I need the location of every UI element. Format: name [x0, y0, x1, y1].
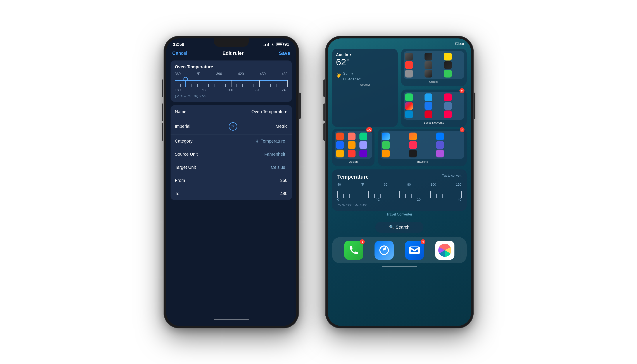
home-indicator-right — [382, 266, 417, 267]
des-app-2 — [348, 132, 356, 140]
battery-pct: 91 — [284, 42, 289, 47]
search-area: 🔍 Search — [328, 219, 471, 236]
temp-header: Temperature Tap to convert — [338, 174, 462, 180]
phone-shell-right: Clear Austin ➤ 62° ☀️ Sunny H:64° L:32° — [325, 36, 474, 328]
source-chevron: › — [286, 152, 288, 156]
weather-city: Austin ➤ — [336, 52, 394, 57]
soc-app-1 — [405, 94, 413, 101]
util-app-8 — [424, 70, 432, 78]
traveling-folder[interactable]: 3 Traveling — [378, 128, 466, 166]
dock-mail[interactable]: 4 — [405, 241, 424, 260]
temp-top-labels: 40 °F 60 80 100 120 — [338, 182, 462, 186]
dock-safari[interactable] — [374, 241, 394, 260]
imperial-label: Imperial — [175, 124, 190, 129]
clear-button[interactable]: Clear — [455, 42, 464, 46]
metric-label: Metric — [276, 124, 288, 129]
des-app-8 — [348, 150, 356, 158]
temperature-widget[interactable]: Temperature Tap to convert 40 °F 60 80 1… — [332, 170, 467, 211]
dock-photos[interactable] — [435, 241, 454, 260]
settings-row-from[interactable]: From 350 — [170, 174, 292, 187]
name-value: Oven Temperature — [251, 109, 288, 114]
nav-bar-left: Cancel Edit ruler Save — [166, 49, 296, 59]
settings-row-source[interactable]: Source Unit Fahrenheit › — [170, 148, 292, 161]
ruler-card-title: Oven Temperature — [175, 64, 288, 70]
search-button[interactable]: 🔍 Search — [376, 222, 424, 233]
edit-ruler-title: Edit ruler — [222, 50, 244, 56]
util-app-1 — [405, 52, 413, 60]
design-badge: 172 — [366, 127, 372, 132]
settings-row-to[interactable]: To 480 — [170, 187, 292, 200]
traveling-label: Traveling — [416, 160, 428, 163]
settings-row-category[interactable]: Category 🌡 Temperature › — [170, 135, 292, 148]
weather-details: ☀️ Sunny H:64° L:32° — [336, 70, 394, 81]
soc-app-6 — [444, 102, 452, 110]
tra-app-3 — [436, 132, 444, 140]
phone-badge: 1 — [360, 239, 365, 244]
temp-formula: ƒx: °C ≈ (°F − 32) × 5/9 — [338, 203, 462, 206]
to-label: To — [175, 191, 180, 196]
social-badge: 64 — [460, 88, 464, 93]
ruler-top-labels: 360 °F 390 420 450 480 — [175, 72, 288, 76]
soc-app-9 — [444, 110, 452, 118]
battery-icon — [276, 42, 284, 46]
from-label: From — [175, 178, 185, 183]
weather-label: Weather — [336, 83, 394, 86]
des-app-3 — [360, 132, 367, 140]
tra-app-4 — [382, 141, 390, 149]
design-folder[interactable]: 172 Design — [332, 128, 375, 166]
ruler-indicator[interactable] — [184, 77, 187, 87]
social-grid — [404, 92, 464, 120]
from-value: 350 — [280, 178, 288, 183]
social-folder[interactable]: 64 Social Networks — [401, 90, 467, 127]
tra-app-8 — [409, 150, 417, 158]
ruler-track[interactable] — [175, 77, 288, 87]
tra-app-9 — [436, 150, 444, 158]
tra-app-7 — [382, 150, 390, 158]
settings-row-target[interactable]: Target Unit Celsius › — [170, 161, 292, 174]
des-app-7 — [336, 150, 344, 158]
weather-high-low: H:64° L:32° — [343, 77, 361, 81]
second-row: 172 Design — [328, 128, 471, 166]
util-app-9 — [444, 70, 452, 78]
temp-ticks — [338, 187, 462, 198]
dock-phone[interactable]: 1 — [344, 241, 364, 260]
mail-icon — [409, 246, 420, 254]
indicator-stem — [186, 81, 186, 87]
traveling-badge: 3 — [460, 127, 464, 132]
status-icons-left: ▲ 91 — [264, 42, 289, 47]
des-app-4 — [336, 141, 344, 149]
category-label: Category — [175, 139, 192, 144]
settings-row-units[interactable]: Imperial ⇄ Metric — [170, 118, 292, 135]
util-app-4 — [405, 61, 413, 69]
battery-fill — [277, 44, 282, 46]
tra-app-6 — [436, 141, 444, 149]
battery-box: 91 — [276, 42, 289, 47]
settings-card: Name Oven Temperature Imperial ⇄ Metric … — [170, 105, 292, 200]
temp-bottom-labels: 0 °C 20 40 — [338, 198, 462, 201]
home-indicator-left — [214, 319, 249, 320]
notch-left — [214, 38, 249, 47]
category-value: 🌡 Temperature › — [255, 139, 288, 144]
safari-icon — [378, 244, 390, 256]
tra-app-1 — [382, 132, 390, 140]
widget-grid-row1: Austin ➤ 62° ☀️ Sunny H:64° L:32° Weathe… — [328, 47, 471, 128]
traveling-folder-wrapper: 3 Traveling — [378, 128, 466, 166]
weather-condition: Sunny — [343, 72, 361, 76]
util-app-5 — [424, 61, 432, 69]
swap-button[interactable]: ⇄ — [229, 122, 237, 130]
source-label: Source Unit — [175, 152, 198, 157]
des-app-5 — [348, 141, 356, 149]
utilities-label: Utilities — [429, 80, 438, 84]
utilities-folder[interactable]: Utilities — [401, 49, 467, 86]
phone-left: 12:58 ▲ 91 Cancel Edit r — [164, 36, 299, 328]
right-folders: Utilities 64 — [401, 49, 467, 127]
weather-widget[interactable]: Austin ➤ 62° ☀️ Sunny H:64° L:32° Weathe… — [332, 49, 398, 127]
temp-ruler[interactable] — [338, 187, 462, 197]
save-button[interactable]: Save — [279, 50, 290, 56]
utilities-grid — [404, 51, 464, 79]
ruler-preview-card: Oven Temperature 360 °F 390 420 450 480 — [170, 60, 292, 102]
soc-app-5 — [424, 102, 432, 110]
cancel-button[interactable]: Cancel — [172, 50, 187, 56]
time-left: 12:58 — [173, 42, 184, 47]
ruler-bottom-labels: 180 °C 200 220 240 — [175, 88, 288, 92]
